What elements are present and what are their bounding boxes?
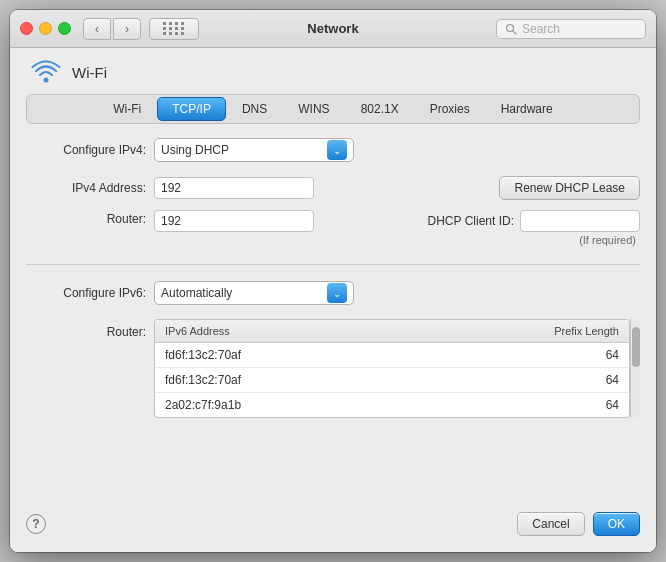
search-placeholder: Search [522,22,560,36]
ipv4-configure-row: Configure IPv4: Using DHCP ⌄ [26,138,640,162]
ipv6-prefix-2: 64 [407,368,629,393]
tab-dns[interactable]: DNS [227,97,282,121]
ipv6-table: IPv6 Address Prefix Length fd6f:13c2:70a… [155,320,629,417]
ok-button[interactable]: OK [593,512,640,536]
dhcp-client-section: DHCP Client ID: (If required) [428,210,640,246]
main-content: Wi-Fi Wi-Fi TCP/IP DNS WINS 802.1X Proxi… [10,48,656,552]
ipv6-prefix-1: 64 [407,343,629,368]
minimize-button[interactable] [39,22,52,35]
grid-icon [163,22,185,35]
tcpip-panel: Configure IPv4: Using DHCP ⌄ IPv4 Addres… [26,138,640,504]
router-dhcp-row: Router: 192 DHCP Client ID: (If required… [26,210,640,246]
svg-point-2 [44,78,49,83]
ipv6-configure-select[interactable]: Automatically ⌄ [154,281,354,305]
col-address-header: IPv6 Address [155,320,407,343]
traffic-lights [20,22,71,35]
svg-line-1 [513,30,516,33]
back-button[interactable]: ‹ [83,18,111,40]
ipv4-configure-select[interactable]: Using DHCP ⌄ [154,138,354,162]
ipv6-router-label: Router: [26,319,146,339]
section-divider [26,264,640,265]
dhcp-client-row: DHCP Client ID: [428,210,640,232]
ipv6-table-section: IPv6 Address Prefix Length fd6f:13c2:70a… [154,319,640,418]
search-icon [505,23,517,35]
col-prefix-header: Prefix Length [407,320,629,343]
network-window: ‹ › Network Search [10,10,656,552]
wifi-label: Wi-Fi [72,64,107,81]
ipv4-address-row: IPv4 Address: 192 Renew DHCP Lease [26,176,640,200]
tab-hardware[interactable]: Hardware [486,97,568,121]
ipv6-configure-label: Configure IPv6: [26,286,146,300]
ipv6-table-container: IPv6 Address Prefix Length fd6f:13c2:70a… [154,319,630,418]
search-bar[interactable]: Search [496,19,646,39]
router-value: 192 [154,210,314,232]
ipv6-prefix-3: 64 [407,393,629,418]
ipv6-table-wrapper: IPv6 Address Prefix Length fd6f:13c2:70a… [154,319,640,418]
ipv4-address-value: 192 [154,177,314,199]
tab-tcpip[interactable]: TCP/IP [157,97,226,121]
ipv6-address-3: 2a02:c7f:9a1b [155,393,407,418]
tab-8021x[interactable]: 802.1X [346,97,414,121]
action-buttons: Cancel OK [517,512,640,536]
forward-button[interactable]: › [113,18,141,40]
ipv4-configure-arrow: ⌄ [327,140,347,160]
scrollbar-thumb[interactable] [632,327,640,367]
table-row: 2a02:c7f:9a1b 64 [155,393,629,418]
tab-wins[interactable]: WINS [283,97,344,121]
cancel-button[interactable]: Cancel [517,512,584,536]
tab-proxies[interactable]: Proxies [415,97,485,121]
chevron-down-icon-2: ⌄ [333,288,341,299]
grid-view-button[interactable] [149,18,199,40]
bottom-row: ? Cancel OK [26,512,640,536]
help-button[interactable]: ? [26,514,46,534]
dhcp-client-label: DHCP Client ID: [428,214,514,228]
wifi-header: Wi-Fi [26,60,640,84]
table-row: fd6f:13c2:70af 64 [155,368,629,393]
forward-icon: › [125,22,129,36]
ipv6-router-row: Router: IPv6 Address Prefix Length [26,319,640,418]
ipv6-address-1: fd6f:13c2:70af [155,343,407,368]
ipv4-configure-value: Using DHCP [161,143,323,157]
chevron-down-icon: ⌄ [333,145,341,156]
ipv4-configure-label: Configure IPv4: [26,143,146,157]
ipv4-address-label: IPv4 Address: [26,181,146,195]
scrollbar-track[interactable] [630,319,640,418]
window-title: Network [307,21,358,36]
table-row: fd6f:13c2:70af 64 [155,343,629,368]
router-label: Router: [26,210,146,226]
ipv6-configure-arrow: ⌄ [327,283,347,303]
tab-wifi[interactable]: Wi-Fi [98,97,156,121]
dhcp-client-input[interactable] [520,210,640,232]
back-icon: ‹ [95,22,99,36]
if-required-text: (If required) [579,234,640,246]
nav-buttons: ‹ › [83,18,141,40]
titlebar: ‹ › Network Search [10,10,656,48]
close-button[interactable] [20,22,33,35]
renew-dhcp-button[interactable]: Renew DHCP Lease [499,176,640,200]
ipv6-address-2: fd6f:13c2:70af [155,368,407,393]
ipv6-configure-value: Automatically [161,286,323,300]
ipv6-configure-row: Configure IPv6: Automatically ⌄ [26,281,640,305]
wifi-icon [30,60,62,84]
tab-bar: Wi-Fi TCP/IP DNS WINS 802.1X Proxies Har… [26,94,640,124]
maximize-button[interactable] [58,22,71,35]
